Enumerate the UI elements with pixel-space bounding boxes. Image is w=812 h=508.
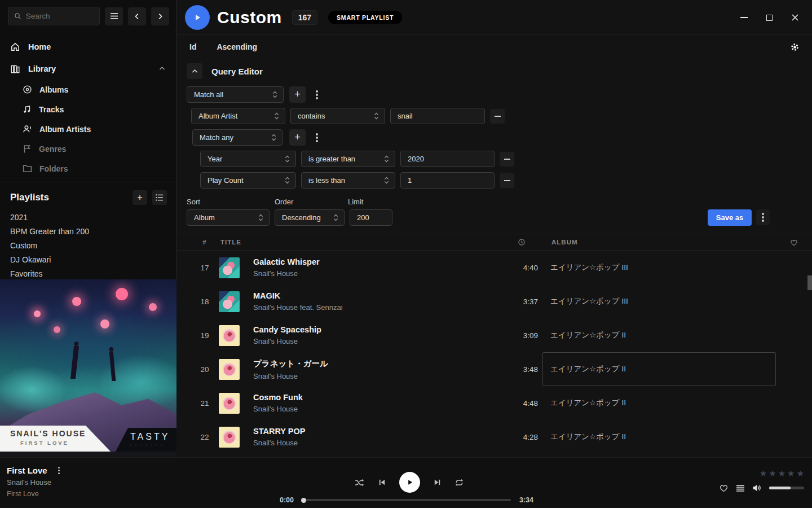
column-favorite[interactable] — [778, 239, 810, 246]
rule-operator-select[interactable]: contains — [290, 108, 385, 124]
search-field[interactable] — [26, 12, 94, 20]
nav-forward-button[interactable] — [151, 7, 169, 25]
track-title[interactable]: STARRY POP — [253, 427, 497, 436]
volume-slider[interactable] — [769, 487, 804, 489]
star-icon[interactable]: ★ — [797, 469, 804, 478]
collapse-query-editor-button[interactable] — [187, 63, 202, 79]
star-icon[interactable]: ★ — [769, 469, 776, 478]
seek-thumb[interactable] — [301, 498, 306, 503]
group-match-type-select[interactable]: Match any — [192, 129, 283, 146]
track-album-cell[interactable]: エイリアン☆ポップ III — [542, 251, 776, 284]
track-album-cell[interactable]: エイリアン☆ポップ II — [542, 318, 776, 352]
order-select[interactable]: Descending — [275, 209, 345, 226]
track-row[interactable]: 21 Cosmo Funk Snail's House 4:48 エイリアン☆ポ… — [177, 386, 812, 420]
nav-back-button[interactable] — [128, 7, 146, 25]
close-button[interactable] — [782, 6, 807, 29]
column-duration[interactable] — [499, 238, 544, 246]
rule-group-menu-button[interactable] — [310, 87, 324, 103]
track-row[interactable]: 19 Candy Spaceship Snail's House 3:09 エイ… — [177, 318, 812, 352]
track-title[interactable]: Cosmo Funk — [253, 393, 497, 402]
rule-field-select[interactable]: Play Count — [200, 172, 296, 189]
volume-button[interactable] — [752, 484, 762, 492]
previous-button[interactable] — [378, 478, 386, 487]
sidebar-library-item[interactable]: Folders — [0, 159, 176, 178]
add-playlist-button[interactable]: + — [133, 190, 147, 205]
settings-button[interactable] — [790, 42, 800, 52]
track-artist[interactable]: Snail's House — [253, 269, 497, 278]
sort-field-button[interactable]: Id — [189, 42, 196, 51]
now-playing-menu-button[interactable] — [55, 466, 63, 475]
playlist-item[interactable]: BPM Greater than 200 — [0, 225, 176, 239]
save-as-button[interactable]: Save as — [708, 209, 752, 226]
sidebar-library-item[interactable]: Albums — [0, 80, 176, 99]
track-title[interactable]: MAGIK — [253, 291, 497, 300]
track-artist[interactable]: Snail's House — [253, 405, 497, 413]
repeat-button[interactable] — [454, 478, 464, 487]
track-artist[interactable]: Snail's House — [253, 372, 497, 380]
limit-input[interactable] — [350, 209, 392, 226]
add-rule-button[interactable]: + — [289, 86, 306, 103]
next-button[interactable] — [433, 478, 442, 487]
playlist-item[interactable]: 2021 — [0, 211, 176, 225]
track-artwork[interactable] — [219, 257, 240, 278]
track-artwork[interactable] — [219, 291, 240, 312]
minimize-button[interactable] — [731, 6, 757, 29]
rule-operator-select[interactable]: is less than — [301, 172, 395, 189]
sidebar-item-library[interactable]: Library — [0, 58, 176, 80]
track-artwork[interactable] — [219, 325, 240, 346]
now-playing-artist[interactable]: Snail's House — [7, 478, 63, 487]
play-playlist-button[interactable] — [185, 5, 210, 30]
star-icon[interactable]: ★ — [760, 469, 767, 478]
playlist-item[interactable]: DJ Okawari — [0, 253, 176, 267]
rule-value-input[interactable] — [400, 172, 495, 189]
rule-value-input[interactable] — [400, 151, 495, 167]
rule-operator-select[interactable]: is greater than — [301, 151, 395, 167]
track-title[interactable]: Galactic Whisper — [253, 257, 497, 266]
menu-button[interactable] — [105, 7, 123, 25]
track-row[interactable]: 22 STARRY POP Snail's House 4:28 エイリアン☆ポ… — [177, 420, 812, 450]
track-album-cell[interactable]: エイリアン☆ポップ III — [542, 284, 776, 318]
remove-rule-button[interactable] — [490, 109, 505, 124]
sidebar-item-home[interactable]: Home — [0, 36, 176, 58]
play-pause-button[interactable] — [399, 472, 420, 493]
rule-field-select[interactable]: Album Artist — [191, 108, 285, 124]
track-album-cell[interactable]: エイリアン☆ポップ II — [542, 386, 776, 420]
track-artwork[interactable] — [219, 427, 240, 448]
column-title[interactable]: TITLE — [220, 239, 499, 246]
sidebar-library-item[interactable]: Tracks — [0, 99, 176, 119]
maximize-button[interactable] — [757, 6, 782, 29]
track-album-cell[interactable]: エイリアン☆ポップ II — [542, 352, 776, 386]
queue-button[interactable] — [736, 484, 745, 492]
playlist-item[interactable]: Custom — [0, 239, 176, 253]
star-icon[interactable]: ★ — [778, 469, 785, 478]
add-group-rule-button[interactable]: + — [289, 129, 306, 146]
remove-rule-button[interactable] — [500, 173, 514, 188]
search-input[interactable] — [8, 7, 100, 25]
match-type-select[interactable]: Match all — [187, 86, 284, 103]
scrollbar-thumb[interactable] — [807, 275, 812, 290]
sort-order-button[interactable]: Ascending — [217, 42, 257, 51]
track-title[interactable]: プラネット・ガール — [253, 358, 497, 369]
sidebar-library-item[interactable]: Album Artists — [0, 119, 176, 139]
remove-rule-button[interactable] — [500, 152, 514, 167]
track-artist[interactable]: Snail's House — [253, 439, 497, 447]
now-playing-album[interactable]: First Love — [7, 489, 63, 498]
column-album[interactable]: ALBUM — [544, 239, 778, 246]
rule-value-input[interactable] — [390, 108, 485, 124]
track-title[interactable]: Candy Spaceship — [253, 325, 497, 334]
track-row[interactable]: 20 プラネット・ガール Snail's House 3:48 エイリアン☆ポッ… — [177, 352, 812, 386]
favorite-button[interactable] — [719, 484, 729, 492]
now-playing-artwork[interactable]: SNAIL'S HOUSE FIRST LOVE TASTY ▪ ▪ ▪ ▪ ▪… — [0, 279, 176, 457]
seek-bar[interactable] — [302, 499, 511, 501]
track-album-cell[interactable]: エイリアン☆ポップ II — [542, 420, 776, 450]
group-menu-button[interactable] — [310, 130, 324, 146]
track-row[interactable]: 17 Galactic Whisper Snail's House 4:40 エ… — [177, 251, 812, 284]
sidebar-library-item[interactable]: Genres — [0, 139, 176, 159]
track-artist[interactable]: Snail's House feat. Sennzai — [253, 303, 497, 312]
track-artist[interactable]: Snail's House — [253, 337, 497, 345]
track-row[interactable]: 18 MAGIK Snail's House feat. Sennzai 3:3… — [177, 284, 812, 318]
playlist-list-button[interactable] — [152, 190, 167, 205]
save-menu-button[interactable] — [756, 209, 770, 225]
sort-select[interactable]: Album — [187, 209, 270, 226]
column-index[interactable]: # — [191, 239, 219, 246]
